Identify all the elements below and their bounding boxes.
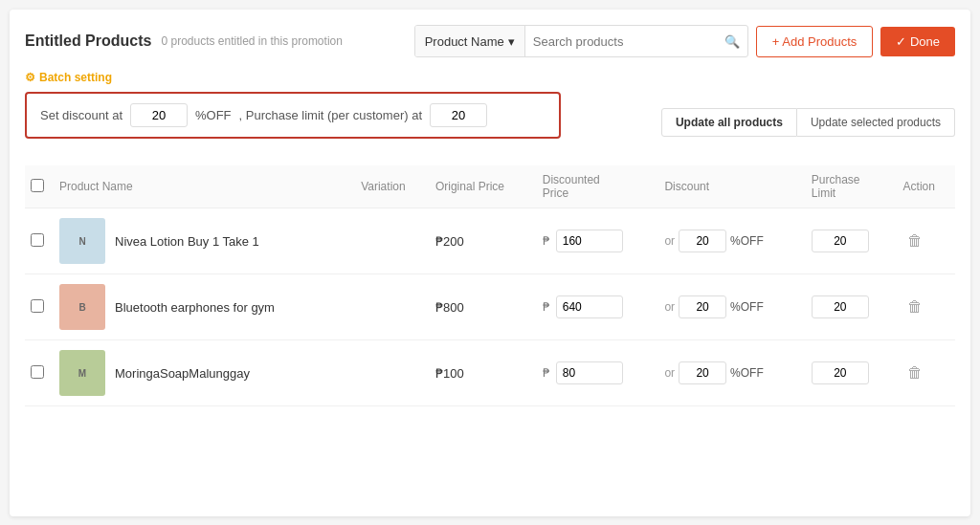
action-cell-0: 🗑 [898,208,955,274]
discounted-price-cell-1: ₱ [537,274,659,340]
col-discounted-price: DiscountedPrice [537,165,659,208]
batch-purchase-limit-input[interactable] [430,103,487,127]
discounted-price-cell-2: ₱ [537,340,659,406]
product-info-1: B Bluetooth earphones for gym [59,284,349,330]
table-row: N Nivea Lotion Buy 1 Take 1 ₱200 ₱ or %O… [25,208,955,274]
product-name-1: Bluetooth earphones for gym [115,300,275,315]
batch-discount-input[interactable] [130,103,188,127]
col-variation: Variation [355,165,430,208]
delete-button-1[interactable]: 🗑 [903,295,926,319]
purchase-limit-cell-0 [806,208,898,274]
variation-cell-2 [355,340,430,406]
batch-box-wrapper: Set discount at %OFF , Purchase limit (p… [25,92,955,152]
page-wrapper: Entitled Products 0 products entitled in… [10,10,970,516]
purchase-limit-cell-1 [806,274,898,340]
discount-cell-1: or %OFF [658,274,805,340]
settings-icon: ⚙ [25,71,35,84]
discounted-price-input-1[interactable] [556,295,623,318]
discount-suffix: %OFF [195,108,232,122]
purchase-limit-input-2[interactable] [812,361,869,384]
row-checkbox-0[interactable] [31,233,44,247]
discounted-price-input-0[interactable] [556,230,623,252]
dropdown-label: Product Name [425,34,504,49]
purchase-limit-input-1[interactable] [812,295,869,318]
purchase-limit-cell-2 [806,340,898,406]
discount-input-1[interactable] [679,295,726,318]
page-header: Entitled Products 0 products entitled in… [25,25,955,57]
variation-cell-1 [355,274,430,340]
product-thumbnail-2: M [59,350,105,396]
batch-setting-label: ⚙ Batch setting [25,71,112,84]
table-row: B Bluetooth earphones for gym ₱800 ₱ or … [25,274,955,340]
product-table: Product Name Variation Original Price Di… [25,165,955,406]
delete-button-0[interactable]: 🗑 [903,229,926,253]
select-all-checkbox[interactable] [31,179,44,192]
update-selected-products-button[interactable]: Update selected products [797,108,955,137]
search-bar: Product Name ▾ 🔍 [414,25,748,57]
product-name-2: MoringaSoapMalunggay [115,366,250,381]
col-discount: Discount [658,165,805,208]
done-button[interactable]: ✓ Done [880,27,955,56]
product-info-0: N Nivea Lotion Buy 1 Take 1 [59,218,349,264]
table-row: M MoringaSoapMalunggay ₱100 ₱ or %OFF [25,340,955,406]
original-price-cell-2: ₱100 [430,340,537,406]
variation-cell-0 [355,208,430,274]
header-left: Entitled Products 0 products entitled in… [25,33,343,50]
row-checkbox-1[interactable] [31,299,44,313]
discounted-price-input-2[interactable] [556,361,623,384]
add-products-button[interactable]: + Add Products [756,26,874,57]
col-original-price: Original Price [430,165,537,208]
product-name-0: Nivea Lotion Buy 1 Take 1 [115,234,259,249]
discount-cell-0: or %OFF [658,208,805,274]
product-thumbnail-0: N [59,218,105,264]
col-action: Action [898,165,955,208]
search-input[interactable] [525,26,717,56]
page-title: Entitled Products [25,33,151,50]
discounted-price-cell-0: ₱ [537,208,659,274]
set-discount-prefix: Set discount at [40,108,122,122]
update-buttons: Update all products Update selected prod… [661,108,955,137]
purchase-limit-input-0[interactable] [812,230,869,252]
action-cell-1: 🗑 [898,274,955,340]
discount-cell-2: or %OFF [658,340,805,406]
subtitle: 0 products entitled in this promotion [161,34,342,48]
discount-input-0[interactable] [679,230,726,252]
col-purchase-limit: PurchaseLimit [806,165,898,208]
discount-input-2[interactable] [679,361,726,384]
original-price-cell-0: ₱200 [430,208,537,274]
delete-button-2[interactable]: 🗑 [903,361,926,385]
product-info-2: M MoringaSoapMalunggay [59,350,349,396]
search-icon: 🔍 [717,34,747,49]
col-product-name: Product Name [54,165,355,208]
action-cell-2: 🗑 [898,340,955,406]
row-checkbox-2[interactable] [31,365,44,379]
batch-setting-row: ⚙ Batch setting [25,71,955,84]
original-price-cell-1: ₱800 [430,274,537,340]
header-right: Product Name ▾ 🔍 + Add Products ✓ Done [414,25,955,57]
product-thumbnail-1: B [59,284,105,330]
product-name-dropdown[interactable]: Product Name ▾ [415,26,525,56]
purchase-limit-prefix: , Purchase limit (per customer) at [239,108,422,122]
table-header-row: Product Name Variation Original Price Di… [25,165,955,208]
batch-input-box: Set discount at %OFF , Purchase limit (p… [25,92,561,139]
chevron-down-icon: ▾ [508,34,515,49]
update-all-products-button[interactable]: Update all products [661,108,797,137]
